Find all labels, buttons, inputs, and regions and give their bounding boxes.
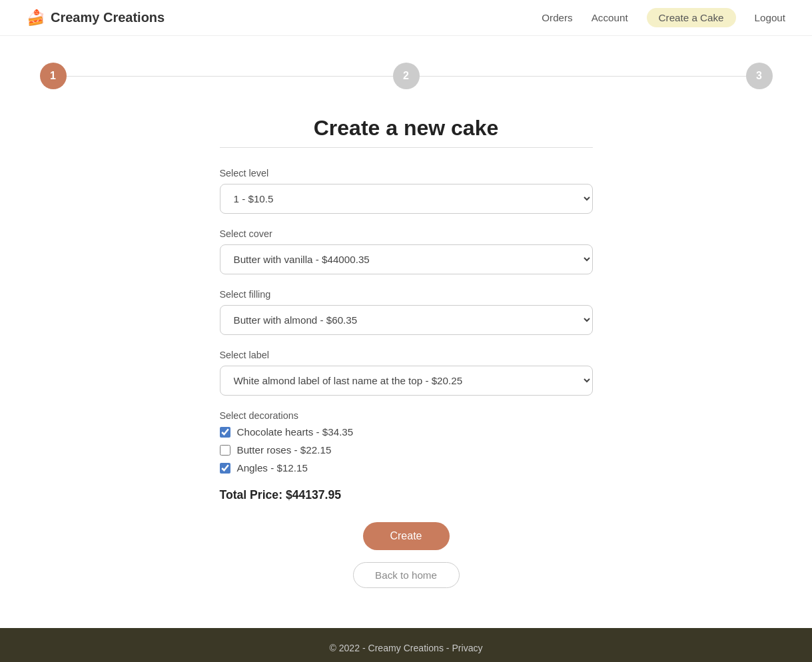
main-content: 1 2 3 Create a new cake Select level 1 -… — [0, 36, 812, 628]
decoration-checkbox-3[interactable] — [220, 463, 230, 474]
decoration-chocolate-hearts[interactable]: Chocolate hearts - $34.35 — [220, 426, 593, 438]
brand-name: Creamy Creations — [51, 10, 165, 25]
navbar: 🍰 Creamy Creations Orders Account Create… — [0, 0, 812, 36]
filling-label: Select filling — [220, 289, 593, 300]
level-label: Select level — [220, 168, 593, 178]
nav-logout[interactable]: Logout — [755, 12, 785, 23]
brand-logo[interactable]: 🍰 Creamy Creations — [27, 9, 165, 27]
decoration-label-3: Angles - $12.15 — [237, 462, 308, 474]
level-group: Select level 1 - $10.5 2 - $15.0 3 - $20… — [220, 168, 593, 214]
step-2: 2 — [393, 63, 420, 89]
total-label: Total Price: — [220, 488, 283, 501]
nav-create-cake[interactable]: Create a Cake — [647, 8, 736, 27]
brand-icon: 🍰 — [27, 9, 45, 27]
label-label: Select label — [220, 350, 593, 360]
decoration-checkbox-2[interactable] — [220, 445, 230, 456]
decoration-butter-roses[interactable]: Butter roses - $22.15 — [220, 444, 593, 456]
form-container: Create a new cake Select level 1 - $10.5… — [220, 116, 593, 588]
total-value: $44137.95 — [286, 488, 341, 501]
nav-orders[interactable]: Orders — [542, 12, 572, 23]
filling-select[interactable]: Butter with almond - $60.35 Strawberry -… — [220, 305, 593, 335]
back-to-home-button[interactable]: Back to home — [353, 562, 460, 588]
label-select[interactable]: White almond label of last name at the t… — [220, 366, 593, 396]
decoration-angles[interactable]: Angles - $12.15 — [220, 462, 593, 474]
decorations-label: Select decorations — [220, 410, 593, 421]
footer: © 2022 - Creamy Creations - Privacy — [0, 628, 812, 662]
create-button[interactable]: Create — [363, 522, 450, 550]
stepper: 1 2 3 — [40, 63, 773, 89]
decoration-label-1: Chocolate hearts - $34.35 — [237, 426, 354, 438]
level-select[interactable]: 1 - $10.5 2 - $15.0 3 - $20.0 — [220, 184, 593, 214]
cover-group: Select cover Butter with vanilla - $4400… — [220, 228, 593, 274]
page-title: Create a new cake — [220, 116, 593, 141]
cover-label: Select cover — [220, 228, 593, 239]
cover-select[interactable]: Butter with vanilla - $44000.35 Chocolat… — [220, 244, 593, 274]
nav-links: Orders Account Create a Cake Logout — [542, 8, 785, 27]
decorations-group: Select decorations Chocolate hearts - $3… — [220, 410, 593, 474]
step-1: 1 — [40, 63, 67, 89]
label-group: Select label White almond label of last … — [220, 350, 593, 396]
divider — [220, 147, 593, 148]
footer-text: © 2022 - Creamy Creations - Privacy — [329, 643, 482, 653]
checkbox-group: Chocolate hearts - $34.35 Butter roses -… — [220, 426, 593, 474]
nav-account[interactable]: Account — [592, 12, 628, 23]
step-3: 3 — [746, 63, 773, 89]
decoration-checkbox-1[interactable] — [220, 427, 230, 438]
decoration-label-2: Butter roses - $22.15 — [237, 444, 332, 456]
total-price: Total Price: $44137.95 — [220, 488, 593, 502]
filling-group: Select filling Butter with almond - $60.… — [220, 289, 593, 335]
